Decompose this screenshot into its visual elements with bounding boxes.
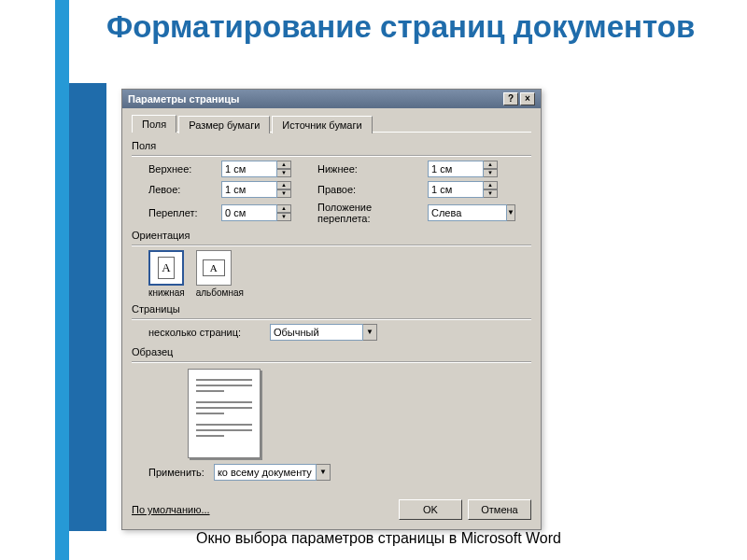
label-bottom: Нижнее:	[317, 163, 411, 175]
close-button[interactable]: ×	[520, 92, 535, 105]
input-left[interactable]	[221, 181, 277, 198]
dialog-titlebar: Параметры страницы ? ×	[122, 90, 541, 108]
tab-paper-size[interactable]: Размер бумаги	[178, 116, 270, 133]
spin-down-icon[interactable]: ▼	[484, 189, 498, 198]
divider	[132, 361, 531, 363]
default-button[interactable]: По умолчанию...	[132, 504, 210, 515]
orientation-landscape[interactable]: A альбомная	[196, 250, 244, 298]
slide-title: Форматирование страниц документов	[106, 9, 695, 45]
chevron-down-icon[interactable]: ▼	[363, 324, 377, 341]
page-preview	[188, 369, 261, 458]
spin-down-icon[interactable]: ▼	[277, 189, 291, 198]
input-multi-pages[interactable]	[270, 324, 363, 341]
spinner-gutter[interactable]: ▲▼	[221, 204, 301, 221]
spin-down-icon[interactable]: ▼	[484, 169, 498, 177]
chevron-down-icon[interactable]: ▼	[507, 204, 515, 221]
group-orientation-label: Ориентация	[132, 230, 531, 241]
input-gutter-pos[interactable]	[428, 204, 507, 221]
spin-up-icon[interactable]: ▲	[277, 161, 291, 169]
tab-paper-source[interactable]: Источник бумаги	[272, 116, 372, 133]
slide-caption: Окно выбора параметров страницы в Micros…	[196, 530, 561, 547]
spinner-bottom[interactable]: ▲▼	[428, 161, 507, 177]
label-portrait: книжная	[148, 287, 185, 298]
ok-button[interactable]: OK	[399, 499, 462, 520]
group-sample-label: Образец	[132, 346, 531, 357]
label-landscape: альбомная	[196, 287, 244, 298]
label-multi-pages: несколько страниц:	[148, 327, 251, 338]
accent-bar-wide	[69, 83, 106, 531]
spinner-left[interactable]: ▲▼	[221, 181, 301, 198]
dialog-title: Параметры страницы	[128, 93, 239, 105]
spin-up-icon[interactable]: ▲	[484, 161, 498, 169]
page-setup-dialog: Параметры страницы ? × Поля Размер бумаг…	[121, 89, 542, 530]
input-bottom[interactable]	[428, 161, 484, 177]
label-top: Верхнее:	[148, 163, 204, 175]
group-pages-label: Страницы	[132, 303, 531, 315]
spin-up-icon[interactable]: ▲	[484, 181, 498, 189]
spinner-top[interactable]: ▲▼	[221, 161, 301, 177]
label-right: Правое:	[317, 184, 411, 195]
dropdown-gutter-pos[interactable]: ▼	[428, 204, 507, 221]
help-button[interactable]: ?	[503, 92, 518, 105]
label-gutter-pos: Положение переплета:	[317, 202, 411, 224]
spin-up-icon[interactable]: ▲	[277, 204, 291, 213]
spinner-right[interactable]: ▲▼	[428, 181, 507, 198]
tab-fields[interactable]: Поля	[132, 115, 176, 133]
dropdown-apply-to[interactable]: ▼	[214, 464, 331, 481]
spin-down-icon[interactable]: ▼	[277, 169, 291, 177]
dropdown-multi-pages[interactable]: ▼	[270, 324, 377, 341]
spin-down-icon[interactable]: ▼	[277, 213, 291, 221]
chevron-down-icon[interactable]: ▼	[317, 464, 331, 481]
accent-bar-thin	[55, 0, 69, 560]
landscape-icon[interactable]: A	[196, 250, 232, 286]
label-gutter: Переплет:	[148, 207, 204, 218]
input-right[interactable]	[428, 181, 484, 198]
input-gutter[interactable]	[221, 204, 277, 221]
divider	[132, 245, 531, 246]
tab-strip: Поля Размер бумаги Источник бумаги	[132, 114, 531, 133]
input-top[interactable]	[221, 161, 277, 177]
portrait-icon[interactable]: A	[148, 250, 184, 286]
label-left: Левое:	[148, 184, 204, 195]
divider	[132, 155, 531, 157]
group-fields-label: Поля	[132, 140, 531, 151]
input-apply-to[interactable]	[214, 464, 317, 481]
cancel-button[interactable]: Отмена	[468, 499, 531, 520]
divider	[132, 318, 531, 320]
orientation-portrait[interactable]: A книжная	[148, 250, 185, 298]
spin-up-icon[interactable]: ▲	[277, 181, 291, 189]
label-apply-to: Применить:	[148, 467, 204, 478]
